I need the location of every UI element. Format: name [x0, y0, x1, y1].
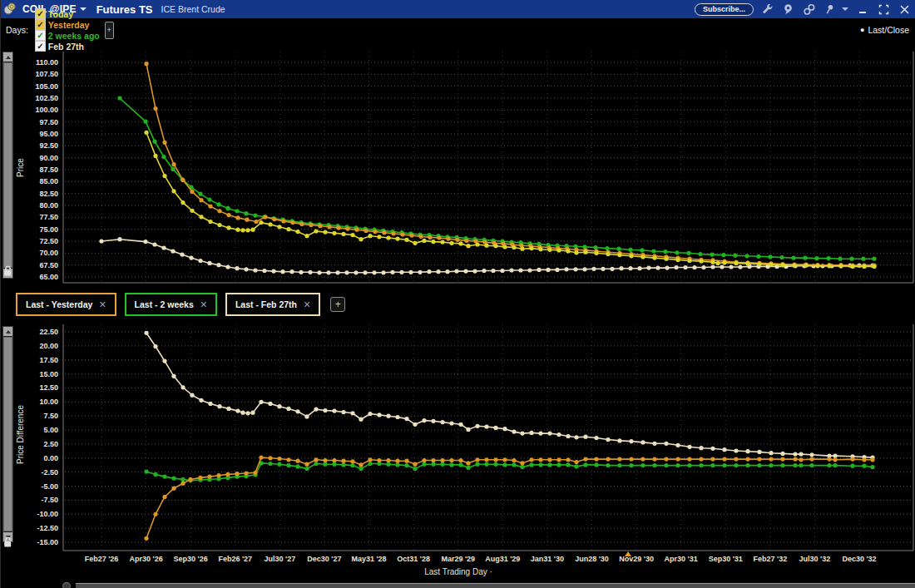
data-point: [144, 331, 148, 335]
data-point: [440, 458, 444, 462]
tag-label: Last - 2 weeks: [135, 299, 194, 309]
data-point: [493, 457, 497, 462]
data-point: [850, 457, 854, 462]
data-point: [153, 344, 157, 348]
data-point: [809, 457, 814, 462]
plot-area[interactable]: [63, 324, 913, 551]
data-point: [216, 202, 220, 206]
data-point: [809, 452, 814, 457]
data-point: [449, 458, 453, 462]
comparison-tag-last-feb-27th[interactable]: Last - Feb 27th×: [225, 293, 320, 316]
data-point: [304, 467, 309, 471]
maximize-button[interactable]: [877, 3, 890, 15]
price-difference-chart[interactable]: -15.00-12.50-10.00-7.50-5.00-2.500.002.5…: [1, 323, 915, 554]
data-point: [594, 436, 598, 440]
data-point: [701, 265, 705, 269]
data-point: [437, 235, 441, 240]
data-point: [395, 459, 399, 463]
y-tick-label: 75.00: [39, 225, 58, 234]
data-point: [253, 268, 257, 272]
data-point: [190, 393, 194, 398]
subscribe-button[interactable]: Subscribe...: [695, 3, 754, 16]
data-point: [117, 237, 121, 241]
day-checkbox-today[interactable]: ✓Today: [35, 8, 100, 19]
comparison-tag-last-yesterday[interactable]: Last - Yesterday×: [16, 293, 116, 316]
add-day-button[interactable]: +: [105, 22, 114, 39]
data-point: [244, 211, 248, 215]
data-point: [323, 230, 327, 235]
data-point: [566, 434, 570, 438]
data-point: [538, 432, 542, 436]
last-close-toggle[interactable]: ● Last/Close: [860, 25, 915, 35]
add-comparison-button[interactable]: +: [330, 297, 345, 312]
data-point: [368, 412, 372, 416]
data-point: [181, 477, 185, 482]
data-point: [574, 464, 578, 468]
data-point: [466, 244, 470, 248]
data-point: [566, 457, 570, 462]
data-point: [547, 248, 551, 252]
x-tick-label: Oct31 '28: [397, 555, 430, 563]
data-point: [710, 457, 715, 462]
checkbox-check-icon[interactable]: ✓: [35, 8, 46, 19]
tag-close-icon[interactable]: ×: [304, 300, 310, 309]
link-icon[interactable]: [803, 3, 816, 16]
data-point: [872, 264, 876, 269]
tag-close-icon[interactable]: ×: [200, 300, 207, 309]
data-point: [314, 229, 318, 233]
data-point: [171, 249, 175, 253]
data-point: [144, 62, 148, 66]
data-point: [537, 268, 541, 272]
data-point: [547, 432, 551, 436]
data-point: [769, 463, 773, 467]
y-tick-label: 67.50: [39, 261, 58, 269]
data-point: [308, 270, 312, 274]
y-tick-label: -12.50: [37, 524, 58, 532]
data-point: [574, 460, 578, 464]
data-point: [663, 250, 667, 254]
plot-area[interactable]: [63, 52, 913, 283]
data-point: [518, 268, 522, 272]
comparison-tag-last-2-weeks[interactable]: Last - 2 weeks×: [125, 293, 217, 316]
data-point: [404, 463, 408, 467]
data-point: [445, 269, 449, 274]
data-point: [217, 223, 221, 227]
x-tick-label: Apr30 '26: [129, 555, 162, 563]
data-point: [428, 235, 432, 240]
titlebar[interactable]: COIL @IPE Futures TS ICE Brent Crude Sub…: [1, 0, 915, 18]
day-checkbox-2-weeks-ago[interactable]: ✓2 weeks ago: [35, 30, 100, 41]
checkbox-check-icon[interactable]: ✓: [35, 19, 46, 30]
docked-panel-edge[interactable]: [76, 583, 915, 588]
pin-icon[interactable]: [824, 3, 837, 16]
close-icon[interactable]: [898, 3, 911, 15]
wrench-icon[interactable]: [761, 3, 774, 16]
day-checkbox-label: 2 weeks ago: [48, 31, 100, 41]
data-point: [664, 463, 668, 467]
data-point: [566, 462, 570, 467]
data-point: [502, 462, 507, 467]
y-tick-label: 22.50: [39, 328, 58, 336]
data-point: [181, 200, 185, 205]
data-point: [872, 257, 876, 261]
day-checkbox-yesterday[interactable]: ✓Yesterday: [35, 19, 100, 30]
data-point: [769, 263, 773, 267]
pin-dropdown-icon[interactable]: [842, 7, 848, 11]
minimize-button[interactable]: [856, 3, 869, 15]
data-point: [734, 457, 738, 462]
price-chart[interactable]: 65.0067.5070.0072.5075.0077.5080.0082.50…: [1, 42, 915, 288]
data-point: [665, 266, 669, 270]
x-tick-label: Apr30 '31: [665, 555, 698, 563]
data-point: [862, 264, 866, 269]
y-tick-label: 77.50: [39, 213, 58, 221]
data-point: [153, 106, 157, 111]
data-point: [466, 466, 470, 470]
data-point: [199, 215, 203, 219]
data-point: [757, 450, 761, 454]
quote-bubble-icon[interactable]: [782, 3, 795, 16]
data-point: [640, 463, 645, 467]
checkbox-check-icon[interactable]: ✓: [35, 30, 46, 41]
data-point: [449, 421, 453, 425]
panel-grip-icon[interactable]: [62, 582, 71, 588]
tag-close-icon[interactable]: ×: [99, 300, 106, 309]
data-point: [153, 472, 157, 477]
